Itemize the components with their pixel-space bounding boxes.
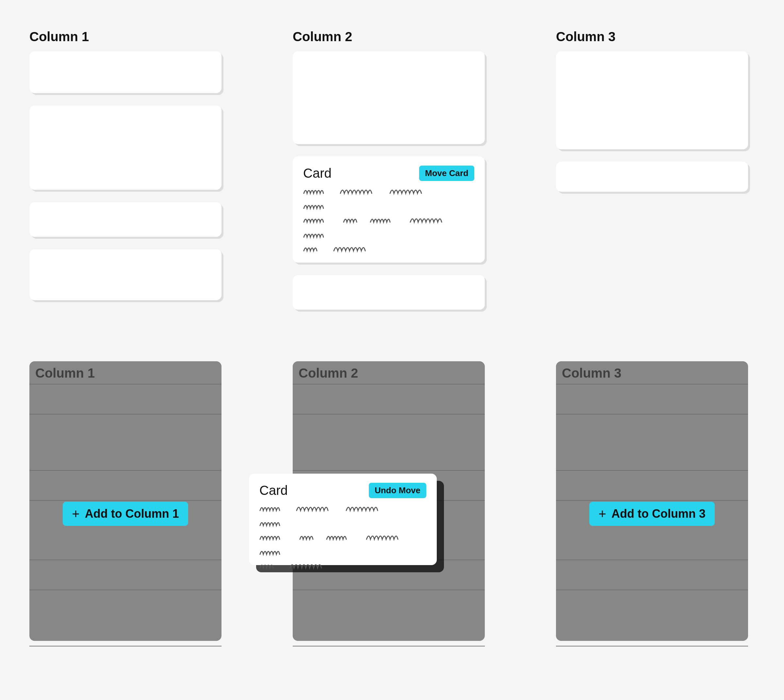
dragging-card[interactable]: Card Undo Move <box>249 473 437 565</box>
undo-move-label: Undo Move <box>375 485 420 495</box>
move-card-button[interactable]: Move Card <box>419 166 474 181</box>
add-to-column-1-button[interactable]: + Add to Column 1 <box>63 502 188 526</box>
grey-column-1[interactable]: Column 1 + Add to Column 1 <box>29 361 222 641</box>
card-body-scribble <box>303 188 474 253</box>
card-title: Card <box>303 166 332 181</box>
kanban-board-normal: Column 1 Column 2 Card Move Card <box>0 0 784 322</box>
card-placeholder[interactable] <box>29 105 222 190</box>
add-to-column-3-button[interactable]: + Add to Column 3 <box>589 502 714 526</box>
column-3: Column 3 <box>556 29 748 322</box>
plus-icon: + <box>72 507 79 520</box>
card-placeholder[interactable] <box>556 51 748 149</box>
column-title: Column 1 <box>29 361 222 384</box>
add-button-label: Add to Column 3 <box>612 507 706 521</box>
card-body-scribble <box>259 505 426 571</box>
add-button-label: Add to Column 1 <box>85 507 179 521</box>
column-title: Column 2 <box>293 29 485 44</box>
card-placeholder[interactable] <box>29 202 222 237</box>
column-title: Column 2 <box>293 361 485 384</box>
column-title: Column 1 <box>29 29 222 44</box>
move-card-label: Move Card <box>425 168 469 178</box>
column-title: Column 3 <box>556 29 748 44</box>
card-placeholder[interactable] <box>556 162 748 192</box>
featured-card[interactable]: Card Move Card <box>293 157 485 263</box>
card-title: Card <box>259 483 288 498</box>
card-placeholder[interactable] <box>29 51 222 93</box>
plus-icon: + <box>599 507 606 520</box>
card-placeholder[interactable] <box>293 51 485 144</box>
column-1: Column 1 <box>29 29 222 322</box>
column-2: Column 2 Card Move Card <box>293 29 485 322</box>
card-placeholder[interactable] <box>29 249 222 300</box>
card-placeholder[interactable] <box>293 275 485 310</box>
column-title: Column 3 <box>556 361 748 384</box>
undo-move-button[interactable]: Undo Move <box>369 483 426 498</box>
grey-column-3[interactable]: Column 3 + Add to Column 3 <box>556 361 748 641</box>
